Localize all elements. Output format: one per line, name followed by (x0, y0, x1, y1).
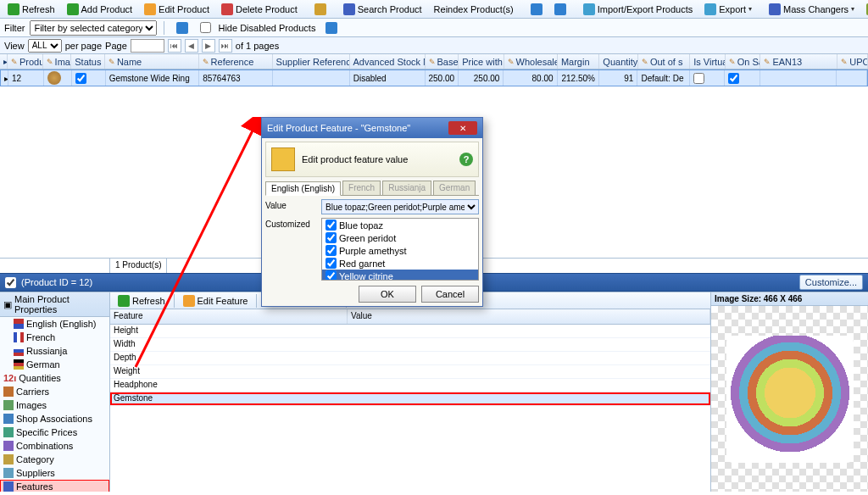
sidebar-item-quantities[interactable]: 12ıQuantities (0, 371, 109, 385)
copy-button[interactable] (309, 1, 331, 18)
feature-row-weight[interactable]: Weight (110, 365, 710, 379)
col-mg[interactable]: Margin (558, 54, 599, 69)
tab-russian[interactable]: Russianja (382, 181, 431, 195)
export-button[interactable]: Export▾ (699, 1, 757, 18)
delete-icon (221, 3, 233, 15)
option-green-peridot[interactable]: Green peridot (322, 231, 478, 244)
feature-refresh-button[interactable]: Refresh (113, 292, 170, 309)
lang-french[interactable]: French (0, 331, 109, 344)
col-upc[interactable]: ✎UPC (837, 54, 868, 69)
col-sref[interactable]: Supplier Reference (273, 54, 350, 69)
cell-image (44, 70, 73, 86)
sidebar-item-carriers[interactable]: Carriers (0, 385, 109, 398)
option-red-garnet[interactable]: Red garnet (322, 257, 478, 270)
tab-german[interactable]: German (433, 181, 476, 195)
tab-english[interactable]: English (English) (265, 181, 341, 196)
feature-col-value[interactable]: Value (348, 309, 710, 324)
flag-ru-icon (14, 346, 24, 356)
import-icon (583, 3, 595, 15)
refresh-button[interactable]: Refresh (3, 1, 60, 18)
col-name[interactable]: ✎Name (105, 54, 199, 69)
first-page-button[interactable]: ⏮ (168, 39, 181, 53)
feature-row-headphone[interactable]: Headphone (110, 379, 710, 392)
feature-row-height[interactable]: Height (110, 325, 710, 338)
cell-virt[interactable] (690, 70, 726, 86)
selection-checkbox[interactable] (5, 277, 16, 288)
mass-changers-button[interactable]: Mass Changers▾ (764, 1, 860, 18)
col-ref[interactable]: ✎Reference (199, 54, 273, 69)
delete-product-button[interactable]: Delete Product (216, 1, 303, 18)
col-id[interactable]: ✎Produc (8, 54, 43, 69)
page-input[interactable] (131, 39, 164, 53)
col-pt[interactable]: Price with Ta (459, 54, 504, 69)
images-icon (3, 400, 14, 410)
feature-row-depth[interactable]: Depth (110, 352, 710, 365)
option-blue-topaz[interactable]: Blue topaz (322, 219, 478, 231)
last-page-button[interactable]: ⏭ (219, 39, 232, 53)
generators-button[interactable]: Generators▾ (861, 1, 868, 18)
col-status[interactable]: Status (71, 54, 105, 69)
side-panel: ▣Main Product Properties English (Englis… (0, 292, 110, 492)
filter-select[interactable]: Filter by selected category (30, 20, 157, 36)
sidebar-item-suppliers[interactable]: Suppliers (0, 466, 109, 480)
cell-sale[interactable] (725, 70, 760, 86)
col-bp[interactable]: ✎Base Price (426, 54, 459, 69)
virtual-checkbox[interactable] (693, 73, 704, 84)
sidebar-item-images[interactable]: Images (0, 398, 109, 412)
col-ean[interactable]: ✎EAN13 (760, 54, 837, 69)
options-list[interactable]: Blue topaz Green peridot Purple amethyst… (321, 218, 479, 281)
onsale-checkbox[interactable] (728, 73, 739, 84)
filter-tool-2[interactable] (320, 19, 342, 36)
sidebar-item-prices[interactable]: Specific Prices (0, 425, 109, 439)
feature-row-gemstone[interactable]: Gemstone (110, 392, 710, 406)
dialog-titlebar[interactable]: Edit Product Feature - "Gemstone" ✕ (262, 118, 482, 138)
help-icon[interactable]: ? (459, 153, 473, 166)
feature-row-width[interactable]: Width (110, 338, 710, 352)
lang-russian[interactable]: Russianja (0, 344, 109, 358)
search-product-button[interactable]: Search Product (338, 1, 427, 18)
sidebar-item-combinations[interactable]: Combinations (0, 439, 109, 453)
feature-col-feature[interactable]: Feature (110, 309, 348, 324)
lang-english[interactable]: English (English) (0, 317, 109, 331)
ok-button[interactable]: OK (359, 286, 416, 303)
col-adv[interactable]: Advanced Stock Manage (350, 54, 426, 69)
reindex-button[interactable]: Reindex Product(s) (429, 2, 519, 17)
col-image[interactable]: ✎Image (43, 54, 72, 69)
next-page-button[interactable]: ▶ (202, 39, 215, 53)
import-export-button[interactable]: Import/Export Products (578, 1, 698, 18)
tool-icon (531, 3, 542, 15)
col-edge[interactable]: ▸ (0, 54, 8, 69)
option-yellow-citrine[interactable]: Yellow citrine (322, 270, 478, 281)
cancel-button[interactable]: Cancel (421, 286, 479, 303)
value-select[interactable]: Blue topaz;Green peridot;Purple amethyst… (321, 199, 479, 214)
col-oos[interactable]: ✎Out of s (638, 54, 690, 69)
customize-button[interactable]: Customize... (799, 275, 863, 290)
col-sale[interactable]: ✎On Sale (726, 54, 761, 69)
add-product-button[interactable]: Add Product (62, 1, 138, 18)
dialog-close-button[interactable]: ✕ (448, 121, 477, 135)
hide-disabled-checkbox[interactable] (200, 22, 211, 33)
prev-page-button[interactable]: ◀ (185, 39, 198, 53)
sidebar-item-features[interactable]: Features (0, 480, 109, 492)
edit-product-button[interactable]: Edit Product (139, 1, 214, 18)
tab-french[interactable]: French (342, 181, 381, 195)
tool-btn-1[interactable] (526, 1, 548, 18)
cell-status[interactable] (72, 70, 106, 86)
col-wp[interactable]: ✎Wholesale P (504, 54, 558, 69)
mass-icon (769, 3, 781, 15)
lang-german[interactable]: German (0, 358, 109, 371)
edit-feature-button[interactable]: Edit Feature (178, 292, 253, 309)
status-checkbox[interactable] (75, 73, 86, 84)
side-head[interactable]: ▣Main Product Properties (0, 292, 109, 317)
col-qty[interactable]: Quantity (599, 54, 638, 69)
main-toolbar: Refresh Add Product Edit Product Delete … (0, 0, 868, 19)
per-page-select[interactable]: ALL (28, 39, 62, 53)
tool-btn-2[interactable] (549, 1, 571, 18)
product-row[interactable]: ▸ 12 Gemstone Wide Ring 85764763 Disable… (0, 70, 868, 86)
sidebar-item-shop[interactable]: Shop Associations (0, 412, 109, 425)
sidebar-item-category[interactable]: Category (0, 453, 109, 466)
col-virt[interactable]: Is Virtual (690, 54, 726, 69)
image-size-label: Image Size: 466 X 466 (711, 292, 868, 306)
option-purple-amethyst[interactable]: Purple amethyst (322, 244, 478, 257)
filter-tool-1[interactable] (171, 19, 193, 36)
